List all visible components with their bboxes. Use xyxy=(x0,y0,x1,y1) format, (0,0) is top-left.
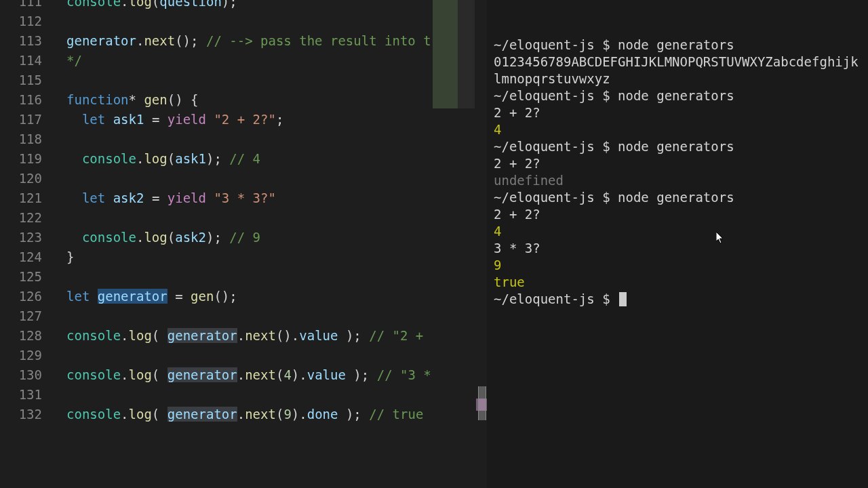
line-number: 115 xyxy=(0,70,42,90)
line-number: 114 xyxy=(0,51,42,70)
line-number: 120 xyxy=(0,169,42,188)
terminal-line: 9 xyxy=(494,257,861,274)
code-line[interactable] xyxy=(66,208,477,228)
pane-divider[interactable] xyxy=(477,0,487,488)
code-line[interactable]: console.log( generator.next(4).value ); … xyxy=(66,365,477,385)
terminal-line: 3 * 3? xyxy=(494,240,861,257)
code-line[interactable] xyxy=(66,267,477,287)
terminal-pane[interactable]: ~/eloquent-js $ node generators012345678… xyxy=(487,0,868,488)
line-number: 129 xyxy=(0,346,42,365)
line-number: 131 xyxy=(0,385,42,405)
terminal-line: ~/eloquent-js $ node generators xyxy=(494,37,861,54)
code-line[interactable]: */ xyxy=(66,51,477,70)
terminal-line: 0123456789ABCDEFGHIJKLMNOPQRSTUVWXYZabcd… xyxy=(494,54,861,87)
code-line[interactable]: console.log( generator.next(9).done ); /… xyxy=(66,405,477,424)
minimap-content xyxy=(433,0,475,108)
terminal-line: 2 + 2? xyxy=(494,104,861,121)
terminal-line: undefined xyxy=(494,172,861,189)
line-number: 119 xyxy=(0,149,42,169)
code-line[interactable] xyxy=(66,12,477,31)
code-line[interactable] xyxy=(66,385,477,405)
terminal-line: ~/eloquent-js $ node generators xyxy=(494,189,861,206)
code-line[interactable] xyxy=(66,346,477,365)
code-line[interactable]: console.log(ask1); // 4 xyxy=(66,149,477,169)
line-number: 126 xyxy=(0,287,42,306)
terminal-line: 2 + 2? xyxy=(494,155,861,172)
editor-scrollbar-thumb[interactable] xyxy=(478,386,486,420)
code-content[interactable]: console.log(question); generator.next();… xyxy=(66,0,477,424)
terminal-line: ~/eloquent-js $ node generators xyxy=(494,138,861,155)
line-number: 112 xyxy=(0,12,42,31)
code-line[interactable]: console.log(ask2); // 9 xyxy=(66,228,477,247)
line-number: 117 xyxy=(0,110,42,129)
code-line[interactable] xyxy=(66,169,477,188)
terminal-line: ~/eloquent-js $ node generators xyxy=(494,87,861,104)
terminal-line: 4 xyxy=(494,121,861,138)
code-line[interactable]: console.log(question); xyxy=(66,0,477,12)
terminal-line: 4 xyxy=(494,223,861,240)
code-line[interactable]: let ask1 = yield "2 + 2?"; xyxy=(66,110,477,129)
line-number: 111 xyxy=(0,0,42,12)
code-editor-pane[interactable]: 1111121131141151161171181191201211221231… xyxy=(0,0,477,488)
code-line[interactable]: let generator = gen(); xyxy=(66,287,477,306)
code-line[interactable]: } xyxy=(66,247,477,267)
line-number: 116 xyxy=(0,90,42,110)
code-line[interactable]: function* gen() { xyxy=(66,90,477,110)
code-line[interactable]: generator.next(); // --> pass the result… xyxy=(66,31,477,51)
terminal-line: 2 + 2? xyxy=(494,206,861,223)
code-line[interactable] xyxy=(66,129,477,149)
code-line[interactable]: let ask2 = yield "3 * 3?" xyxy=(66,188,477,208)
line-number: 130 xyxy=(0,365,42,385)
line-number: 122 xyxy=(0,208,42,228)
terminal-cursor xyxy=(619,292,627,306)
line-number: 127 xyxy=(0,306,42,326)
line-number-gutter: 1111121131141151161171181191201211221231… xyxy=(0,0,54,480)
line-number: 118 xyxy=(0,129,42,149)
terminal-line: ~/eloquent-js $ xyxy=(494,291,861,308)
line-number: 121 xyxy=(0,188,42,208)
terminal-line: true xyxy=(494,274,861,291)
code-line[interactable] xyxy=(66,70,477,90)
line-number: 132 xyxy=(0,405,42,424)
line-number: 124 xyxy=(0,247,42,267)
code-line[interactable] xyxy=(66,306,477,326)
line-number: 125 xyxy=(0,267,42,287)
code-line[interactable]: console.log( generator.next().value ); /… xyxy=(66,326,477,346)
editor-minimap[interactable] xyxy=(430,0,477,488)
line-number: 123 xyxy=(0,228,42,247)
line-number: 128 xyxy=(0,326,42,346)
line-number: 113 xyxy=(0,31,42,51)
